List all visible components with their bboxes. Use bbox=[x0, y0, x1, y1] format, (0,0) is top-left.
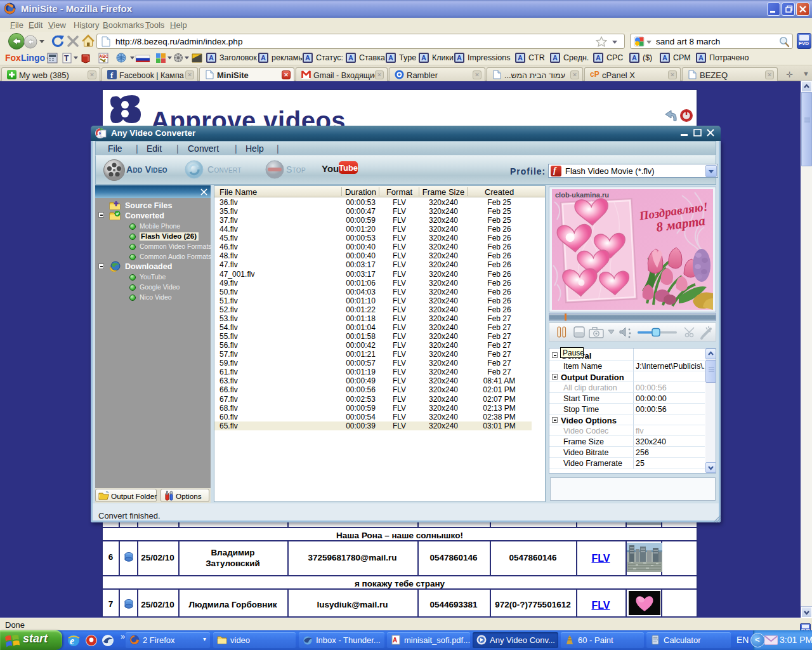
svg-text:clob-ukamina.ru: clob-ukamina.ru bbox=[555, 191, 609, 199]
svg-text:T: T bbox=[64, 54, 69, 63]
svg-text:f: f bbox=[110, 70, 114, 79]
svg-text:ABC: ABC bbox=[100, 54, 108, 58]
svg-text:A: A bbox=[393, 637, 397, 644]
